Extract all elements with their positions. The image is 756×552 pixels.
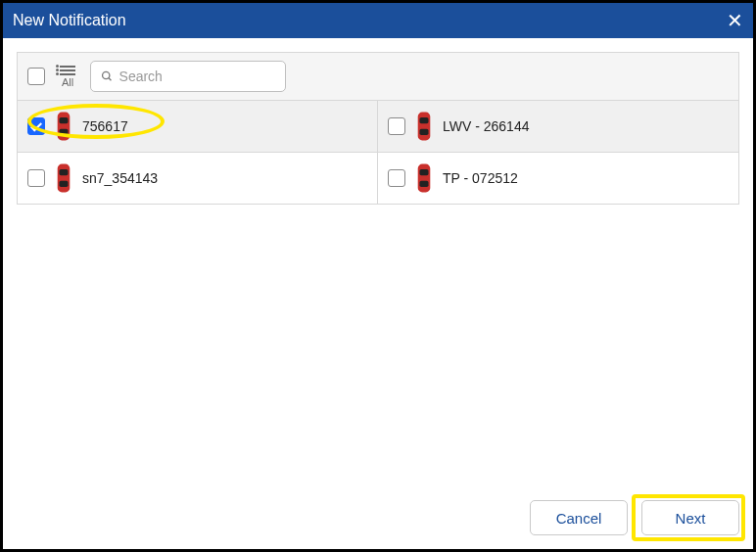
search-box[interactable] (90, 61, 286, 92)
item-label: TP - 072512 (443, 170, 518, 186)
list-item[interactable]: 756617 (18, 101, 378, 153)
svg-rect-13 (420, 181, 429, 187)
item-checkbox[interactable] (27, 169, 45, 187)
item-checkbox[interactable] (388, 169, 405, 187)
svg-rect-10 (60, 181, 69, 187)
close-icon[interactable]: ✕ (727, 11, 743, 30)
item-label: sn7_354143 (82, 170, 158, 186)
dialog-content: All 756617 LWV - 266144 sn7_ (3, 38, 753, 549)
item-checkbox[interactable] (388, 117, 405, 135)
svg-rect-5 (418, 113, 431, 141)
svg-rect-11 (418, 164, 431, 193)
all-filter-toggle[interactable]: All (55, 66, 80, 88)
svg-rect-12 (420, 169, 429, 175)
list-icon (60, 66, 75, 75)
car-icon (55, 109, 72, 144)
all-label: All (62, 76, 73, 88)
search-input[interactable] (119, 69, 275, 84)
item-checkbox[interactable] (27, 117, 45, 135)
dialog-footer: Cancel Next (530, 500, 739, 535)
svg-line-1 (109, 78, 112, 81)
search-icon (101, 69, 114, 83)
titlebar: New Notification ✕ (3, 3, 753, 38)
toolbar: All (17, 52, 739, 101)
car-icon (55, 161, 72, 196)
select-all-checkbox[interactable] (27, 68, 45, 85)
svg-rect-8 (58, 164, 71, 193)
svg-rect-6 (420, 117, 429, 123)
vehicle-grid: 756617 LWV - 266144 sn7_354143 TP - 0725… (17, 101, 739, 205)
list-item[interactable]: LWV - 266144 (378, 101, 738, 153)
list-item[interactable]: TP - 072512 (378, 153, 738, 205)
svg-rect-2 (58, 113, 71, 141)
notification-dialog: New Notification ✕ All 756617 (0, 0, 756, 552)
car-icon (415, 109, 433, 144)
svg-point-0 (103, 71, 110, 78)
dialog-title: New Notification (13, 12, 126, 29)
svg-rect-4 (60, 129, 69, 135)
list-item[interactable]: sn7_354143 (18, 153, 378, 205)
car-icon (415, 161, 433, 196)
svg-rect-3 (60, 117, 69, 123)
next-button[interactable]: Next (641, 500, 739, 535)
cancel-button[interactable]: Cancel (530, 500, 628, 535)
item-label: 756617 (82, 118, 128, 134)
svg-rect-9 (60, 169, 69, 175)
svg-rect-7 (420, 129, 429, 135)
item-label: LWV - 266144 (443, 118, 529, 134)
